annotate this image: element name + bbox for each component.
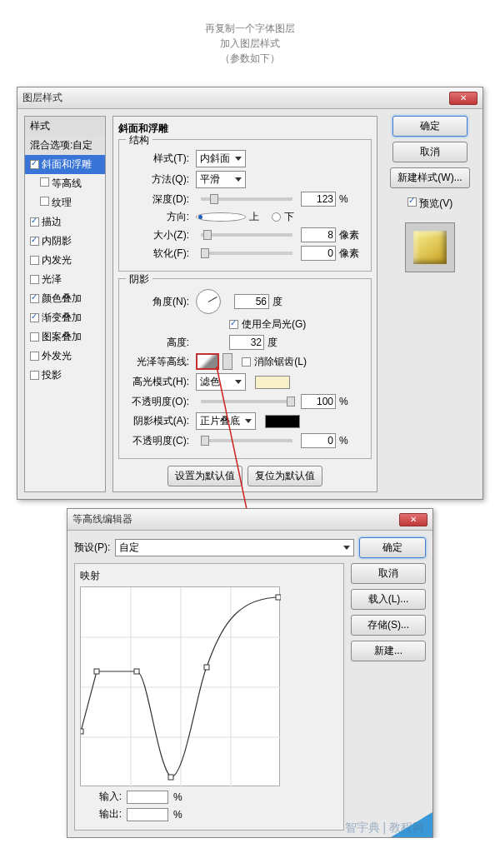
new-button[interactable]: 新建... — [351, 641, 426, 661]
preset-label: 预设(P): — [74, 541, 110, 555]
shadow-mode-select[interactable]: 正片叠底 — [196, 412, 256, 430]
shading-group: 阴影 角度(N): 56度 使用全局光(G) 高度:32度 光泽等高线: 消除锯… — [118, 278, 372, 459]
dialog-title: 图层样式 — [22, 91, 62, 105]
structure-group: 结构 样式(T):内斜面 方法(Q):平滑 深度(D):123% 方向:上 下 … — [118, 139, 372, 272]
satin-item[interactable]: 光泽 — [25, 270, 105, 289]
panel-title: 斜面和浮雕 — [118, 122, 372, 136]
inner-glow-item[interactable]: 内发光 — [25, 251, 105, 270]
svg-rect-10 — [168, 775, 173, 780]
checkbox-icon[interactable] — [30, 217, 39, 227]
preset-select[interactable]: 自定 — [115, 539, 354, 556]
checkbox-icon[interactable] — [30, 160, 39, 169]
outer-glow-item[interactable]: 外发光 — [25, 347, 105, 366]
load-button[interactable]: 载入(L)... — [351, 589, 426, 610]
shadow-opacity-slider[interactable] — [201, 439, 292, 442]
styles-header: 样式 — [25, 117, 105, 136]
checkbox-icon[interactable] — [30, 237, 39, 246]
new-style-button[interactable]: 新建样式(W)... — [390, 167, 469, 188]
shadow-color-swatch[interactable] — [265, 415, 300, 428]
highlight-mode-select[interactable]: 滤色 — [196, 373, 246, 391]
chevron-down-icon — [245, 419, 252, 423]
checkbox-icon[interactable] — [30, 332, 39, 342]
antialias-checkbox[interactable] — [242, 357, 251, 367]
close-icon[interactable]: ✕ — [449, 92, 478, 105]
save-button[interactable]: 存储(S)... — [351, 615, 426, 636]
technique-select[interactable]: 平滑 — [196, 171, 246, 188]
gloss-contour-picker[interactable] — [196, 353, 219, 370]
texture-item[interactable]: 纹理 — [25, 193, 105, 212]
contour-editor-dialog: 等高线编辑器 ✕ 预设(P): 自定 确定 映射 — [67, 508, 433, 838]
mapping-label: 映射 — [80, 569, 338, 583]
style-select[interactable]: 内斜面 — [196, 150, 246, 167]
input-field[interactable] — [127, 791, 168, 804]
color-overlay-item[interactable]: 颜色叠加 — [25, 289, 105, 308]
blend-options-item[interactable]: 混合选项:自定 — [25, 136, 105, 155]
size-input[interactable]: 8 — [301, 227, 336, 242]
checkbox-icon[interactable] — [40, 177, 49, 187]
chevron-down-icon — [235, 177, 242, 182]
output-field[interactable] — [127, 808, 168, 821]
bevel-item[interactable]: 斜面和浮雕 — [25, 155, 105, 174]
checkbox-icon[interactable] — [30, 294, 39, 303]
depth-slider[interactable] — [201, 197, 292, 201]
set-default-button[interactable]: 设置为默认值 — [168, 466, 242, 486]
soften-slider[interactable] — [201, 252, 292, 255]
mapping-panel: 映射 输入:% 输出:% — [74, 563, 344, 831]
preview-checkbox[interactable] — [408, 197, 417, 207]
cancel-button[interactable]: 取消 — [392, 142, 468, 162]
svg-rect-9 — [134, 669, 139, 674]
ok-button[interactable]: 确定 — [392, 116, 468, 137]
direction-up-radio[interactable] — [196, 212, 246, 222]
dialog-buttons: 取消 载入(L)... 存储(S)... 新建... — [351, 563, 426, 831]
contour-curve-editor[interactable] — [80, 586, 280, 786]
checkbox-icon[interactable] — [30, 352, 39, 361]
size-slider[interactable] — [201, 233, 292, 237]
inner-shadow-item[interactable]: 内阴影 — [25, 232, 105, 251]
soften-input[interactable]: 0 — [301, 246, 336, 261]
highlight-opacity-input[interactable]: 100 — [301, 394, 336, 409]
svg-rect-12 — [276, 595, 281, 600]
checkbox-icon[interactable] — [30, 371, 39, 380]
svg-rect-7 — [81, 729, 83, 734]
stroke-item[interactable]: 描边 — [25, 212, 105, 232]
chevron-down-icon — [235, 380, 242, 384]
titlebar[interactable]: 等高线编辑器 ✕ — [68, 509, 432, 531]
checkbox-icon[interactable] — [30, 256, 39, 265]
svg-rect-11 — [204, 665, 209, 670]
svg-rect-8 — [94, 669, 99, 674]
watermark-text: 智宇典 | 教程网 — [345, 821, 424, 836]
cancel-button[interactable]: 取消 — [351, 563, 426, 584]
checkbox-icon[interactable] — [40, 197, 49, 206]
contour-item[interactable]: 等高线 — [25, 174, 105, 193]
checkbox-icon[interactable] — [30, 275, 39, 284]
instruction-text: 再复制一个字体图层 加入图层样式 （参数如下） — [0, 0, 500, 87]
settings-panel: 斜面和浮雕 结构 样式(T):内斜面 方法(Q):平滑 深度(D):123% 方… — [112, 116, 378, 492]
checkbox-icon[interactable] — [30, 313, 39, 322]
ok-button[interactable]: 确定 — [359, 537, 426, 558]
chevron-down-icon — [343, 546, 350, 550]
preview-swatch — [405, 222, 455, 272]
shadow-opacity-input[interactable]: 0 — [301, 433, 336, 448]
dialog-title: 等高线编辑器 — [72, 512, 132, 526]
layer-style-dialog: 图层样式 ✕ 样式 混合选项:自定 斜面和浮雕 等高线 纹理 描边 内阴影 内发… — [17, 87, 483, 500]
depth-input[interactable]: 123 — [301, 192, 336, 207]
reset-default-button[interactable]: 复位为默认值 — [248, 466, 322, 486]
angle-wheel[interactable] — [196, 289, 221, 314]
global-light-checkbox[interactable] — [229, 320, 238, 329]
titlebar[interactable]: 图层样式 ✕ — [18, 87, 482, 109]
highlight-color-swatch[interactable] — [255, 376, 290, 389]
highlight-opacity-slider[interactable] — [201, 400, 292, 403]
dialog-buttons: 确定 取消 新建样式(W)... 预览(V) — [384, 116, 476, 492]
close-icon[interactable]: ✕ — [399, 513, 428, 526]
gloss-contour-dropdown[interactable] — [222, 353, 232, 370]
gradient-overlay-item[interactable]: 渐变叠加 — [25, 308, 105, 327]
styles-list: 样式 混合选项:自定 斜面和浮雕 等高线 纹理 描边 内阴影 内发光 光泽 颜色… — [24, 116, 106, 492]
angle-input[interactable]: 56 — [234, 294, 269, 309]
pattern-overlay-item[interactable]: 图案叠加 — [25, 327, 105, 347]
altitude-input[interactable]: 32 — [229, 335, 264, 350]
drop-shadow-item[interactable]: 投影 — [25, 366, 105, 385]
direction-down-radio[interactable] — [272, 212, 281, 222]
chevron-down-icon — [235, 157, 242, 161]
